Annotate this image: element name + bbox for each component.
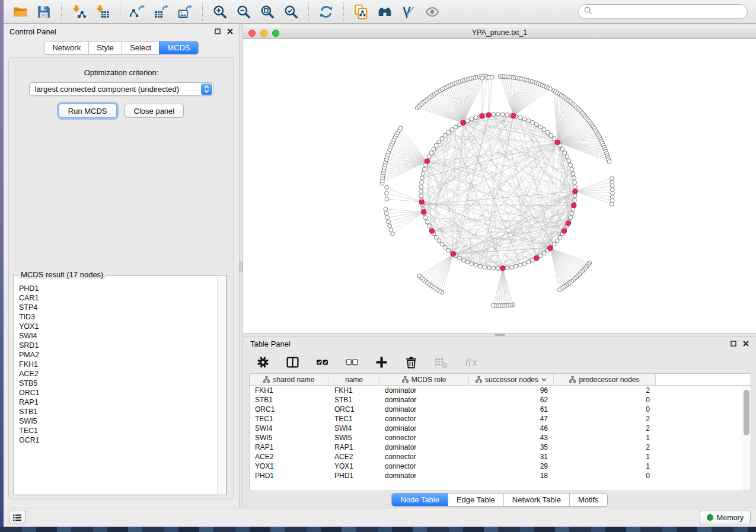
mcds-result-item[interactable]: FKH1 <box>19 360 216 369</box>
mcds-result-item[interactable]: SWI5 <box>19 416 216 426</box>
column-header-mcds-role[interactable]: MCDS role <box>379 374 469 385</box>
table-row[interactable]: FKH1FKH1dominator962 <box>250 386 751 395</box>
zoom-selected-button[interactable] <box>280 2 302 22</box>
network-graph[interactable] <box>243 39 756 333</box>
show-columns-button[interactable] <box>285 354 300 370</box>
table-panel-titlebar: Table Panel <box>243 336 756 351</box>
save-session-button[interactable] <box>33 2 55 22</box>
table-row[interactable]: YOX1YOX1connector291 <box>250 462 751 471</box>
header-filler <box>656 374 751 385</box>
new-network-from-selection-button[interactable] <box>350 2 372 22</box>
table-row[interactable]: STB1STB1dominator620 <box>250 395 751 405</box>
table-row[interactable]: TEC1TEC1connector472 <box>250 414 751 424</box>
mcds-result-item[interactable]: TEC1 <box>19 426 216 435</box>
import-network-button[interactable] <box>68 2 90 22</box>
mcds-result-item[interactable]: SWI4 <box>19 331 216 341</box>
splitter-grip[interactable] <box>495 334 505 336</box>
mcds-result-item[interactable]: STP4 <box>19 303 216 312</box>
vertical-splitter[interactable] <box>239 24 243 508</box>
table-tabs: Node TableEdge TableNetwork TableMotifs <box>243 491 756 508</box>
mcds-result-item[interactable]: SRD1 <box>19 341 216 350</box>
add-column-button[interactable] <box>374 354 389 370</box>
table-row[interactable]: ACE2ACE2connector311 <box>250 452 751 462</box>
horizontal-splitter[interactable] <box>243 333 756 336</box>
mcds-result-item[interactable]: RAP1 <box>19 398 216 407</box>
zoom-in-button[interactable] <box>209 2 231 22</box>
minimize-window-button[interactable] <box>260 30 267 37</box>
table-row[interactable]: ORC1ORC1dominator610 <box>250 405 751 414</box>
mcds-result-item[interactable]: STB5 <box>19 379 216 388</box>
memory-button[interactable]: Memory <box>700 511 751 524</box>
search-box[interactable] <box>578 4 748 19</box>
mcds-result-item[interactable]: CAR1 <box>19 293 216 303</box>
tab-mcds[interactable]: MCDS <box>159 41 197 54</box>
mcds-result-item[interactable]: TID3 <box>19 312 216 322</box>
open-file-button[interactable] <box>9 2 31 22</box>
float-panel-icon[interactable] <box>215 28 221 34</box>
cell-name: STB1 <box>329 396 379 404</box>
zoom-out-button[interactable] <box>233 2 254 22</box>
cell-shared-name: TEC1 <box>250 415 329 423</box>
mcds-result-item[interactable]: PMA2 <box>19 350 216 360</box>
deselect-all-button[interactable] <box>344 354 359 370</box>
table-row[interactable]: PHD1PHD1dominator180 <box>250 471 751 480</box>
mcds-result-item[interactable]: GCR1 <box>19 435 216 445</box>
export-image-button[interactable] <box>174 2 196 22</box>
delete-column-button[interactable] <box>403 354 419 370</box>
task-history-button[interactable] <box>9 511 25 524</box>
export-network-button[interactable] <box>127 2 148 22</box>
zoom-fit-button[interactable] <box>257 2 278 22</box>
table-vertical-scrollbar[interactable] <box>742 386 751 491</box>
run-mcds-button[interactable]: Run MCDS <box>59 104 117 118</box>
float-panel-icon[interactable] <box>731 341 736 347</box>
apply-layout-button[interactable] <box>315 2 337 22</box>
select-all-button[interactable] <box>314 354 330 370</box>
tab-edge-table[interactable]: Edge Table <box>448 493 503 506</box>
mcds-result-item[interactable]: ACE2 <box>19 369 216 379</box>
mcds-result-item[interactable]: PHD1 <box>19 284 216 293</box>
status-bar: Memory <box>4 508 756 527</box>
show-graphics-details-button[interactable] <box>398 2 419 22</box>
first-neighbors-button[interactable] <box>374 2 395 22</box>
attribute-type-icon <box>402 376 409 383</box>
table-row[interactable]: RAP1RAP1dominator352 <box>250 443 751 452</box>
zoom-in-icon <box>212 4 228 20</box>
search-input[interactable] <box>595 6 742 18</box>
close-panel-icon[interactable] <box>743 341 749 347</box>
cell-successor-nodes: 43 <box>469 434 554 442</box>
export-table-button[interactable] <box>151 2 172 22</box>
optimization-criterion-select[interactable]: largest connected component (undirected) <box>29 82 214 96</box>
tab-network-table[interactable]: Network Table <box>503 493 569 506</box>
column-header-name[interactable]: name <box>329 374 379 385</box>
column-header-shared-name[interactable]: shared name <box>250 374 329 385</box>
network-canvas[interactable] <box>243 39 756 333</box>
table-settings-button[interactable] <box>255 354 270 370</box>
toolbar-separator <box>308 3 309 21</box>
close-panel-icon[interactable] <box>227 28 233 34</box>
cell-shared-name: RAP1 <box>250 443 329 451</box>
column-header-predecessor-nodes[interactable]: predecessor nodes <box>554 374 656 385</box>
trash-icon <box>404 355 418 369</box>
mcds-result-item[interactable]: ORC1 <box>19 388 216 398</box>
scrollbar-thumb[interactable] <box>744 390 749 435</box>
mcds-result-item[interactable]: YOX1 <box>19 322 216 331</box>
table-row[interactable]: SWI5SWI5connector431 <box>250 433 751 443</box>
tab-select[interactable]: Select <box>122 41 159 54</box>
control-panel-titlebar: Control Panel <box>4 24 239 39</box>
cell-mcds-role: dominator <box>379 443 469 451</box>
tab-motifs[interactable]: Motifs <box>569 493 607 506</box>
tab-style[interactable]: Style <box>88 41 122 54</box>
mcds-result-scrollbar[interactable] <box>217 276 225 494</box>
tab-network[interactable]: Network <box>44 41 88 54</box>
hide-graphics-details-button[interactable] <box>422 2 443 22</box>
splitter-grip[interactable] <box>240 262 243 271</box>
tab-node-table[interactable]: Node Table <box>392 493 448 506</box>
maximize-window-button[interactable] <box>272 30 279 37</box>
mcds-result-item[interactable]: STB1 <box>19 407 216 416</box>
table-row[interactable]: SWI4SWI4dominator462 <box>250 424 751 433</box>
column-header-successor-nodes[interactable]: successor nodes <box>469 374 554 385</box>
close-panel-button[interactable]: Close panel <box>125 104 184 118</box>
import-table-button[interactable] <box>92 2 113 22</box>
close-window-button[interactable] <box>248 30 256 37</box>
floppy-icon <box>36 4 52 20</box>
